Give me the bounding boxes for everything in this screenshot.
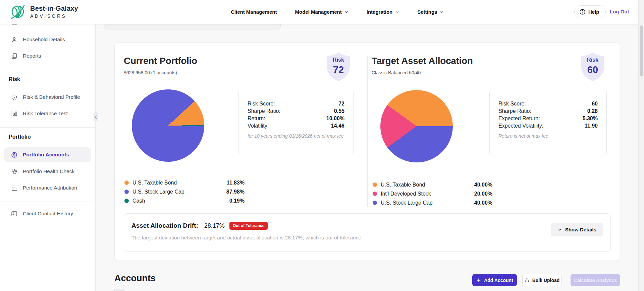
nav-model-management[interactable]: Model Management xyxy=(295,9,348,15)
nav-client-management[interactable]: Client Management xyxy=(231,9,277,15)
sidebar-item-dashboard[interactable]: Dashboard xyxy=(0,24,95,28)
stats-footnote: for 10 years ending 01/16/2026 net of ma… xyxy=(248,133,344,139)
help-label: Help xyxy=(588,9,599,15)
risk-shield-value: 72 xyxy=(326,64,351,75)
nav-settings[interactable]: Settings xyxy=(417,9,444,15)
sidebar-item-risk-behavioral-profile[interactable]: Risk & Behavioral Profile xyxy=(0,90,95,104)
sidebar-item-performance-attribution[interactable]: Performance Attribution xyxy=(0,181,95,195)
legend-value: 20.00% xyxy=(474,191,492,197)
bulk-upload-label: Bulk Upload xyxy=(532,278,560,283)
risk-shield-value: 60 xyxy=(581,64,605,75)
show-details-button[interactable]: Show Details xyxy=(551,223,603,236)
scrollbar-thumb[interactable] xyxy=(640,25,643,76)
sidebar-item-client-contact-history[interactable]: Client Contact History xyxy=(0,207,95,220)
sidebar-item-label: Risk Tolerance Test xyxy=(23,111,68,117)
sidebar-item-household-details[interactable]: Household Details xyxy=(0,33,95,46)
stat-label: Volatility: xyxy=(248,123,269,129)
drift-description: The largest deviation between target and… xyxy=(131,235,603,241)
legend-item: Cash 0.19% xyxy=(124,196,245,205)
legend-dot xyxy=(124,190,129,194)
stat-value: 72 xyxy=(338,101,344,107)
legend-value: 40.00% xyxy=(474,200,492,206)
current-portfolio-stats: Risk Score:72 Sharpe Ratio:0.55 Return:1… xyxy=(238,90,354,154)
target-allocation-title: Target Asset Allocation xyxy=(372,56,473,66)
current-portfolio-title: Current Portfolio xyxy=(124,56,197,66)
calculate-analytics-label: Calculate Analytics xyxy=(574,278,617,283)
stat-value: 0.55 xyxy=(334,108,344,114)
brand-logo[interactable]: Best-in-Galaxy ADVISORS xyxy=(9,3,78,21)
calculate-analytics-button[interactable]: Calculate Analytics xyxy=(571,274,620,286)
sidebar-item-label: Reports xyxy=(23,53,41,59)
stat-label: Risk Score: xyxy=(248,101,275,107)
stat-value: 0.28 xyxy=(587,108,598,114)
current-portfolio-pie-chart xyxy=(132,89,204,162)
stat-value: 60 xyxy=(592,101,598,107)
legend-dot xyxy=(124,199,129,203)
brand-tagline: ADVISORS xyxy=(30,13,78,19)
target-allocation-subtitle: Classic Balanced 60/40 xyxy=(372,70,421,75)
legend-item: U.S. Taxable Bond 40.00% xyxy=(373,180,492,189)
sidebar-item-portfolio-accounts[interactable]: Portfolio Accounts xyxy=(4,147,91,162)
sidebar-divider xyxy=(0,70,95,70)
sidebar-item-label: Portfolio Health Check xyxy=(23,168,74,174)
page-scrollbar[interactable] xyxy=(638,0,644,291)
sidebar: Dashboard Household Details Reports Risk… xyxy=(0,24,96,291)
person-icon xyxy=(11,36,18,43)
add-account-button[interactable]: Add Account xyxy=(472,274,517,286)
drift-title: Asset Allocation Drift: xyxy=(131,222,198,229)
nav-label: Integration xyxy=(367,9,393,15)
sidebar-item-portfolio-health-check[interactable]: Portfolio Health Check xyxy=(0,165,95,178)
plus-icon xyxy=(476,278,481,283)
legend-dot xyxy=(373,201,377,205)
stat-label: Expected Volatility: xyxy=(498,123,543,129)
dollar-circle-icon xyxy=(11,151,18,158)
contact-card-icon xyxy=(11,210,18,217)
logout-link[interactable]: Log Out xyxy=(610,9,629,14)
bulk-upload-button[interactable]: Bulk Upload xyxy=(522,274,561,286)
drift-value: 28.17% xyxy=(204,222,225,229)
legend-value: 0.19% xyxy=(229,198,245,204)
legend-label: U.S. Stock Large Cap xyxy=(381,200,433,206)
stat-value: 10.00% xyxy=(326,116,344,122)
sidebar-collapse-handle[interactable]: ❮ xyxy=(94,113,98,121)
top-header: Best-in-Galaxy ADVISORS Client Managemen… xyxy=(0,0,644,24)
show-details-label: Show Details xyxy=(565,227,596,232)
legend-dot xyxy=(373,183,377,187)
help-button[interactable]: Help xyxy=(574,5,606,18)
risk-shield-label: Risk xyxy=(326,57,351,63)
legend-label: Int'l Developed Stock xyxy=(381,191,431,197)
add-account-label: Add Account xyxy=(484,278,513,283)
legend-item: U.S. Stock Large Cap 87.98% xyxy=(124,187,245,196)
portfolio-comparison-card: Current Portfolio $628,958.00 (1 account… xyxy=(114,43,620,261)
sidebar-item-reports[interactable]: Reports xyxy=(0,49,95,63)
app: Best-in-Galaxy ADVISORS Client Managemen… xyxy=(0,0,644,291)
sidebar-divider xyxy=(0,127,95,128)
legend-label: U.S. Stock Large Cap xyxy=(132,189,184,195)
stat-label: Risk Score: xyxy=(498,101,526,107)
stats-footnote: Return is net of max fee xyxy=(498,133,598,139)
stat-label: Sharpe Ratio: xyxy=(248,108,280,114)
current-portfolio-legend: U.S. Taxable Bond 11.83% U.S. Stock Larg… xyxy=(124,178,245,205)
sidebar-section-risk: Risk xyxy=(0,76,95,84)
scrolled-element-remnant xyxy=(114,289,124,291)
legend-item: Int'l Developed Stock 20.00% xyxy=(373,189,492,198)
stat-label: Sharpe Ratio: xyxy=(498,108,531,114)
nav-label: Model Management xyxy=(295,9,342,15)
sidebar-item-label: Dashboard xyxy=(23,24,48,25)
grid-icon xyxy=(11,24,18,25)
legend-dot xyxy=(373,192,377,196)
sidebar-item-label: Risk & Behavioral Profile xyxy=(23,94,80,100)
scatter-plot-icon xyxy=(11,185,18,192)
scrolled-card-remnant xyxy=(104,24,281,29)
nav-integration[interactable]: Integration xyxy=(367,9,399,15)
panel-divider xyxy=(367,56,368,207)
legend-label: Cash xyxy=(132,198,145,204)
target-allocation-pie-chart xyxy=(380,90,453,162)
nav-label: Settings xyxy=(417,9,437,15)
out-of-tolerance-badge: Out of Tolerance xyxy=(229,222,268,230)
sidebar-item-label: Performance Attribution xyxy=(23,185,77,191)
sidebar-item-risk-tolerance-test[interactable]: Risk Tolerance Test xyxy=(0,107,95,120)
brand-name: Best-in-Galaxy xyxy=(30,5,78,12)
main-nav: Client Management Model Management Integ… xyxy=(231,0,444,24)
planet-logo-icon xyxy=(9,3,27,21)
